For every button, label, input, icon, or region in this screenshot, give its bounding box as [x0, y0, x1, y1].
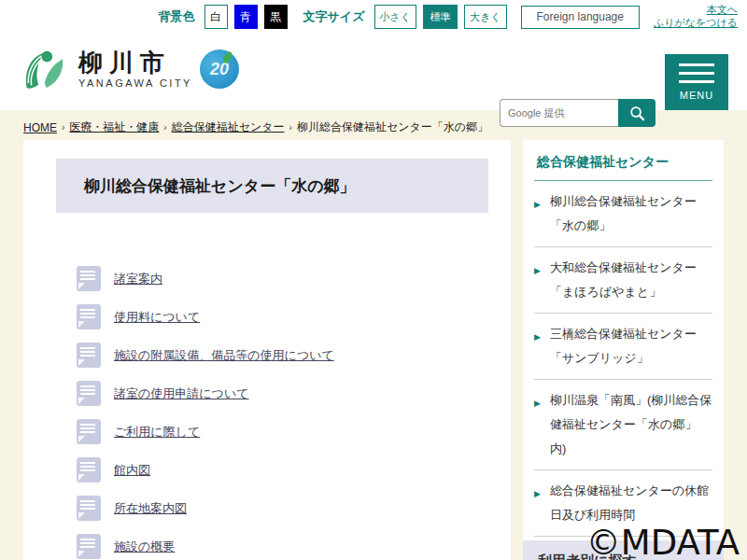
triangle-icon: ▶: [534, 256, 550, 304]
font-size-label: 文字サイズ: [303, 8, 365, 25]
sidebar-item-label: 三橋総合保健福祉センター「サンブリッジ」: [550, 322, 712, 371]
page-title: 柳川総合保健福祉センター「水の郷」: [84, 175, 356, 197]
list-item[interactable]: 所在地案内図: [77, 489, 511, 527]
bg-blue-button[interactable]: 青: [234, 5, 258, 29]
document-icon: [77, 381, 101, 406]
main-content: 柳川総合保健福祉センター「水の郷」 諸室案内 使用料について 施設の附属設備、備…: [23, 140, 511, 560]
menu-button[interactable]: MENU: [665, 54, 728, 110]
document-icon: [77, 419, 101, 444]
accessibility-bar: 背景色 白 青 黒 文字サイズ 小さく 標準 大きく Foreign langu…: [0, 0, 747, 34]
triangle-icon: ▶: [534, 322, 550, 371]
document-icon: [77, 457, 101, 483]
sidebar-item[interactable]: ▶ 柳川総合保健福祉センター「水の郷」: [534, 181, 712, 247]
breadcrumb-separator: ›: [62, 122, 64, 133]
list-item[interactable]: 諸室案内: [77, 259, 511, 298]
document-icon: [77, 304, 101, 329]
site-search: [500, 99, 655, 127]
content-link[interactable]: 諸室の使用申請について: [114, 385, 249, 402]
list-item[interactable]: 使用料について: [77, 298, 511, 336]
document-icon: [77, 496, 101, 521]
brand-name: 柳川市 YANAGAWA CITY: [78, 49, 192, 89]
search-icon: [629, 105, 645, 121]
page-title-box: 柳川総合保健福祉センター「水の郷」: [56, 159, 488, 213]
font-larger-button[interactable]: 大きく: [464, 5, 507, 29]
list-item[interactable]: 館内図: [77, 451, 511, 489]
sidebar-item-label: 柳川総合保健福祉センター「水の郷」: [550, 189, 712, 238]
breadcrumb-separator: ›: [163, 122, 166, 133]
content-link[interactable]: 館内図: [114, 462, 150, 479]
list-item[interactable]: 施設の附属設備、備品等の使用について: [77, 336, 511, 374]
bg-black-button[interactable]: 黒: [264, 5, 288, 29]
background-color-label: 背景色: [159, 8, 195, 25]
font-standard-button[interactable]: 標準: [423, 5, 458, 29]
search-input[interactable]: [500, 99, 618, 127]
sidebar-item-label: 総合保健福祉センターの休館日及び利用時間: [550, 479, 712, 527]
content-link[interactable]: 施設の附属設備、備品等の使用について: [114, 347, 334, 364]
site-name: 柳川市: [78, 49, 192, 77]
breadcrumb-separator: ›: [289, 122, 292, 133]
content-link[interactable]: 諸室案内: [114, 271, 162, 287]
site-logo[interactable]: 柳川市 YANAGAWA CITY 20: [21, 47, 239, 91]
topbar-links: 本文へ ふりがなをつける: [654, 4, 738, 30]
badge-leaf-icon: [222, 50, 232, 63]
content-link[interactable]: 使用料について: [114, 309, 200, 326]
content-link[interactable]: 所在地案内図: [114, 500, 187, 517]
list-item[interactable]: 施設の概要: [77, 527, 511, 560]
skip-to-content-link[interactable]: 本文へ: [707, 4, 738, 17]
menu-button-label: MENU: [680, 90, 713, 101]
breadcrumb-category-link[interactable]: 医療・福祉・健康: [69, 119, 159, 135]
sidebar-item[interactable]: ▶ 三橋総合保健福祉センター「サンブリッジ」: [534, 314, 712, 380]
sidebar-item[interactable]: ▶ 柳川温泉「南風」(柳川総合保健福祉センター「水の郷」内): [534, 380, 712, 470]
font-smaller-button[interactable]: 小さく: [374, 5, 417, 29]
breadcrumb-current-page: 柳川総合保健福祉センター「水の郷」: [297, 119, 488, 135]
triangle-icon: ▶: [534, 388, 550, 461]
foreign-language-button[interactable]: Foreign language: [521, 6, 640, 29]
list-item[interactable]: ご利用に際して: [77, 413, 511, 451]
furigana-link[interactable]: ふりがなをつける: [654, 17, 738, 30]
search-button[interactable]: [618, 99, 655, 127]
site-header: 柳川市 YANAGAWA CITY 20 MENU: [0, 34, 747, 110]
site-name-en: YANAGAWA CITY: [78, 77, 192, 89]
triangle-icon: ▶: [534, 189, 550, 238]
triangle-icon: ▶: [534, 479, 550, 527]
anniversary-badge-icon: 20: [200, 49, 239, 89]
hamburger-icon: [679, 63, 714, 83]
document-icon: [77, 343, 101, 368]
breadcrumb-home-link[interactable]: HOME: [23, 121, 57, 134]
document-icon: [77, 266, 101, 291]
sidebar-item-label: 大和総合保健福祉センター「まほろばやまと」: [550, 256, 712, 304]
breadcrumb: HOME › 医療・福祉・健康 › 総合保健福祉センター › 柳川総合保健福祉セ…: [23, 119, 488, 135]
watermark: ©MDATA: [586, 525, 740, 560]
sidebar-title: 総合保健福祉センター: [534, 140, 712, 180]
content-link[interactable]: 施設の概要: [114, 539, 175, 555]
list-item[interactable]: 諸室の使用申請について: [77, 374, 511, 413]
sidebar: 総合保健福祉センター ▶ 柳川総合保健福祉センター「水の郷」 ▶ 大和総合保健福…: [523, 140, 724, 560]
sidebar-item[interactable]: ▶ 大和総合保健福祉センター「まほろばやまと」: [534, 247, 712, 314]
content-link[interactable]: ご利用に際して: [114, 424, 200, 441]
document-icon: [77, 534, 101, 559]
bg-white-button[interactable]: 白: [204, 5, 228, 29]
sidebar-item-label: 柳川温泉「南風」(柳川総合保健福祉センター「水の郷」内): [550, 388, 712, 461]
breadcrumb-section-link[interactable]: 総合保健福祉センター: [172, 119, 285, 135]
document-link-list: 諸室案内 使用料について 施設の附属設備、備品等の使用について 諸室の使用申請に…: [23, 259, 511, 560]
city-logo-icon: [21, 47, 67, 91]
